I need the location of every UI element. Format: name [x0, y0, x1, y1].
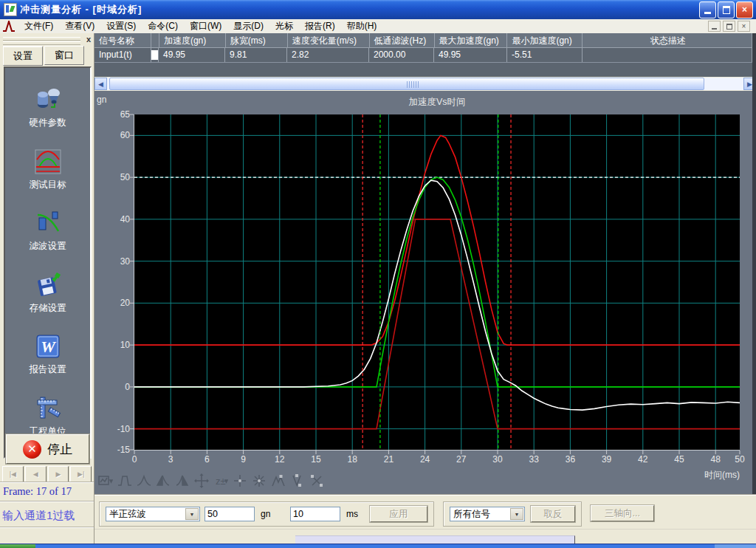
peak-marker-icon[interactable]: [271, 473, 286, 490]
pulse-fill-left-icon[interactable]: [156, 473, 171, 490]
sidebar-item-测试目标[interactable]: 测试目标: [30, 149, 66, 191]
mdi-restore-button[interactable]: [723, 21, 735, 32]
last-frame-button[interactable]: ▶|: [70, 466, 92, 482]
y-tick-label: 30: [99, 256, 130, 267]
value-cell: 2.82: [287, 48, 369, 62]
y-tick-label: 50: [99, 172, 130, 182]
cursor-star-icon[interactable]: [252, 473, 267, 490]
sidebar-item-label: 报告设置: [30, 363, 66, 376]
sidebar-item-存储设置[interactable]: 存储设置: [30, 273, 66, 315]
window-border: [752, 33, 756, 494]
x-tick-label: 6: [196, 454, 218, 465]
x-tick-label: 42: [632, 454, 654, 465]
column-header: 加速度(gn): [159, 33, 226, 47]
column-header: [151, 33, 159, 47]
x-tick-label: 36: [559, 454, 581, 465]
x-tick-label: 9: [233, 454, 255, 465]
mdi-close-button[interactable]: ×: [738, 21, 750, 32]
triaxial-button[interactable]: 三轴向...: [591, 505, 654, 521]
pulse-fill-right-icon[interactable]: [175, 473, 190, 490]
zoom-z-icon[interactable]: z±: [213, 473, 228, 490]
svg-text:W: W: [41, 338, 56, 356]
cursor-cross-icon[interactable]: [233, 473, 247, 490]
y-tick-label: -10: [99, 424, 130, 434]
sidebar-item-报告设置[interactable]: W报告设置: [30, 334, 66, 376]
menu-item-9[interactable]: 帮助(H): [341, 18, 383, 34]
wave-type-select[interactable]: 半正弦波 ▼: [106, 507, 200, 521]
stop-label: 停止: [47, 441, 72, 458]
column-header: 状态描述: [583, 33, 752, 47]
table-row[interactable]: Input1(t)49.959.812.822000.0049.95-5.51: [94, 48, 752, 63]
y-tick-label: 0: [99, 382, 130, 392]
restore-button[interactable]: [718, 1, 735, 18]
menu-item-2[interactable]: 查看(V): [59, 18, 100, 34]
toolbar-gripper[interactable]: x: [3, 36, 91, 45]
prev-frame-button[interactable]: ◀: [25, 466, 47, 482]
storage-icon: [35, 273, 61, 300]
pulse-shoulder-icon[interactable]: [117, 473, 132, 490]
close-button[interactable]: ×: [736, 1, 753, 18]
horizontal-scrollbar[interactable]: ◀ ▶: [94, 78, 756, 90]
chevron-down-icon[interactable]: ▼: [510, 508, 523, 520]
scrollbar-thumb[interactable]: [109, 78, 704, 90]
minimize-button[interactable]: [699, 1, 716, 18]
apply-button[interactable]: 应用: [370, 506, 427, 522]
pan-icon[interactable]: [194, 473, 209, 490]
sidebar-item-滤波设置[interactable]: 滤波设置: [30, 210, 66, 253]
column-header: 信号名称: [94, 33, 151, 47]
y-tick-label: 65: [99, 109, 130, 120]
menu-item-7[interactable]: 光标: [269, 18, 299, 34]
chart-select-icon[interactable]: [98, 473, 113, 490]
tab-设置[interactable]: 设置: [3, 46, 43, 66]
menu-bar: 文件(F)查看(V)设置(S)命令(C)窗口(W)显示(D)光标报告(R)帮助(…: [0, 19, 756, 34]
sidebar-item-硬件参数[interactable]: 硬件参数: [30, 87, 66, 129]
menu-item-3[interactable]: 设置(S): [100, 18, 142, 34]
column-header: 最小加速度(gn): [507, 33, 583, 47]
waveform-plot[interactable]: [94, 91, 756, 494]
amplitude-input[interactable]: [205, 507, 255, 521]
hardware-icon: [35, 87, 61, 114]
value-cell: 2000.00: [369, 48, 434, 62]
close-icon[interactable]: x: [86, 35, 91, 44]
x-tick-label: 39: [596, 454, 618, 465]
sidebar-item-label: 硬件参数: [30, 117, 66, 129]
menu-item-6[interactable]: 显示(D): [227, 18, 269, 34]
y-tick-label: -15: [99, 445, 130, 455]
y-tick-label: 40: [99, 214, 130, 225]
menu-item-4[interactable]: 命令(C): [142, 18, 184, 34]
system-tray: [715, 544, 756, 548]
mdi-minimize-button[interactable]: [708, 21, 721, 32]
delete-cursor-icon[interactable]: [309, 473, 324, 490]
frame-counter: Frame: 17 of 17: [3, 485, 92, 498]
x-tick-label: 12: [269, 454, 291, 465]
status-strip: [94, 529, 756, 544]
scroll-left-arrow[interactable]: ◀: [94, 78, 107, 90]
valley-marker-icon[interactable]: [290, 473, 305, 490]
chevron-down-icon[interactable]: ▼: [185, 508, 199, 520]
signal-color-cell: [151, 48, 159, 62]
pulse-settings-group: 半正弦波 ▼ gn ms 应用: [99, 501, 434, 527]
sidebar-item-label: 存储设置: [30, 302, 66, 315]
window-title: 冲击测量分析 - [时域分析]: [20, 3, 142, 16]
stop-button[interactable]: ✕ 停止: [6, 434, 89, 464]
x-tick-label: 27: [450, 454, 472, 465]
menu-item-5[interactable]: 窗口(W): [184, 18, 227, 34]
controls-bar: 半正弦波 ▼ gn ms 应用 所有信号 ▼ 取反 三轴向...: [94, 495, 756, 530]
menu-item-1[interactable]: 文件(F): [18, 18, 59, 34]
x-tick-label: 48: [704, 454, 726, 465]
next-frame-button[interactable]: ▶: [48, 466, 69, 482]
column-header: 低通滤波(Hz): [370, 33, 435, 47]
tab-窗口[interactable]: 窗口: [44, 46, 84, 65]
overload-status: 输入通道1过载: [2, 509, 92, 523]
signal-select[interactable]: 所有信号 ▼: [450, 507, 525, 521]
start-button[interactable]: [0, 544, 35, 548]
pulse-halfsine-icon[interactable]: [137, 473, 151, 490]
first-frame-button[interactable]: |◀: [2, 466, 24, 482]
x-tick-label: 50: [729, 454, 751, 465]
pulse-width-input[interactable]: [290, 507, 340, 521]
x-tick-label: 18: [341, 454, 363, 465]
menu-item-8[interactable]: 报告(R): [299, 18, 341, 34]
sidebar-item-工程单位[interactable]: 工程单位: [30, 396, 66, 438]
y-tick-label: 60: [99, 130, 130, 140]
invert-button[interactable]: 取反: [531, 506, 575, 522]
